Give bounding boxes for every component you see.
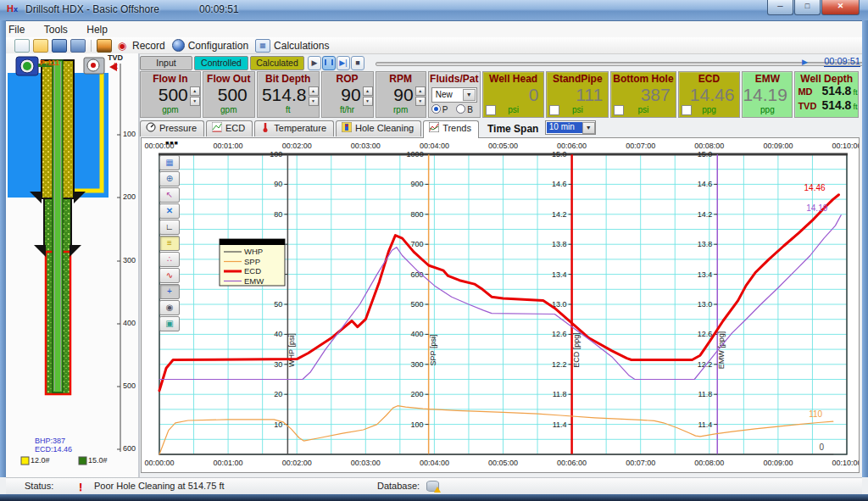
configuration-button[interactable]: Configuration (188, 40, 248, 52)
svg-text:ECD: ECD (244, 266, 261, 276)
flow-in-stepper[interactable]: ▲▼ (190, 86, 198, 103)
svg-text:00:08:00: 00:08:00 (694, 142, 724, 150)
step-button[interactable]: ▶| (337, 56, 350, 70)
fluids-radio-p[interactable]: P (431, 104, 448, 114)
menu-bar: File Tools Help (1, 21, 867, 38)
save-icon[interactable] (52, 39, 67, 53)
calculations-icon[interactable]: ▦ (255, 39, 270, 53)
pan-icon[interactable]: + (159, 284, 180, 299)
svg-text:13.8: 13.8 (698, 240, 713, 248)
depth-tick-600: 600 (123, 444, 136, 453)
svg-text:EMW: EMW (244, 276, 264, 286)
fluids-radio-b[interactable]: B (456, 104, 473, 114)
gauge-emw: EMW 14.19 ppg (742, 71, 793, 118)
md-label: MD (798, 86, 821, 98)
svg-text:400: 400 (411, 330, 424, 338)
menu-help[interactable]: Help (79, 22, 115, 37)
svg-text:00:01:00: 00:01:00 (214, 142, 243, 150)
svg-text:13.0: 13.0 (698, 300, 713, 309)
gauge-value: 0 (483, 85, 544, 105)
tab-temperature[interactable]: Temperature (254, 120, 334, 136)
svg-text:00:02:00: 00:02:00 (282, 459, 312, 467)
fluids-selected-value: New (436, 90, 453, 99)
mode-input-button[interactable]: Input (140, 56, 192, 70)
open-file-icon[interactable] (33, 39, 48, 53)
sim-time-readout: 00:09:51 (824, 56, 860, 67)
record-button[interactable]: Record (132, 40, 165, 52)
gauge-flow-out: Flow Out 500 gpm (203, 71, 255, 118)
copy-icon[interactable]: ▣ (159, 316, 180, 331)
tab-pressure[interactable]: Pressure (140, 120, 204, 136)
gauge-value: 387 (611, 85, 676, 105)
gauge-value: 500 (203, 85, 254, 105)
svg-text:14.19: 14.19 (806, 203, 827, 213)
well-head-checkbox[interactable] (486, 105, 496, 115)
svg-text:00:08:00: 00:08:00 (694, 459, 724, 467)
svg-text:SPP: SPP (244, 257, 260, 266)
configuration-icon[interactable] (172, 39, 185, 52)
new-file-icon[interactable] (14, 39, 30, 53)
database-icon (426, 481, 439, 492)
app-window: Hx Drillsoft HDX - Basic Offshore 00:09:… (0, 0, 868, 501)
tab-hole-cleaning[interactable]: Hole Cleaning (336, 120, 421, 136)
maximize-button[interactable]: □ (794, 0, 821, 15)
legend-icon[interactable]: ≡ (159, 236, 180, 251)
trends-chart[interactable]: 00:00:0000:00:0000:01:0000:01:0000:02:00… (142, 138, 859, 470)
fluids-dropdown[interactable]: New ▼ (431, 87, 477, 103)
rop-stepper[interactable]: ▲▼ (363, 86, 371, 103)
move-icon[interactable]: ✕ (159, 203, 180, 219)
svg-text:900: 900 (411, 180, 424, 188)
chart-drag-handle[interactable]: ■■■ (165, 140, 179, 146)
tab-trends[interactable]: Trends (423, 120, 479, 138)
mud-12-label: 12.0# (31, 456, 50, 465)
warning-icon: ! (79, 481, 82, 493)
rig-icon[interactable] (97, 39, 112, 53)
ecd-checkbox[interactable] (682, 105, 692, 115)
bottom-hole-checkbox[interactable] (614, 105, 624, 115)
svg-text:12.2: 12.2 (698, 360, 713, 369)
curve-fit-icon[interactable]: ∿ (159, 268, 180, 283)
minimize-button[interactable]: ─ (767, 0, 793, 15)
camera-icon[interactable]: ◉ (159, 300, 180, 315)
simulation-controls: Input Controlled Calculated ▶ ▶| ■ ▶ 00:… (140, 56, 860, 70)
menu-tools[interactable]: Tools (36, 22, 75, 37)
svg-text:14.6: 14.6 (552, 180, 567, 188)
play-button[interactable]: ▶ (308, 56, 321, 70)
window-border-left (0, 20, 6, 477)
gauge-unit: rpm (376, 105, 426, 114)
axes-icon[interactable]: ∟ (159, 220, 180, 235)
save-as-icon[interactable] (70, 39, 86, 53)
tvd-row-label: TVD (798, 100, 821, 113)
scatter-icon[interactable]: ∴ (159, 252, 180, 267)
rpm-stepper[interactable]: ▲▼ (415, 86, 424, 103)
tracker-icon[interactable]: ↖ (159, 187, 180, 203)
svg-text:15.0: 15.0 (552, 150, 567, 159)
record-icon[interactable]: ◉ (115, 40, 129, 52)
tvd-label: TVD (108, 53, 123, 62)
svg-text:00:07:00: 00:07:00 (626, 459, 655, 467)
stop-button[interactable]: ■ (351, 56, 364, 70)
pause-button[interactable] (322, 56, 336, 70)
mud-15-swatch (79, 457, 86, 465)
mode-calculated-button[interactable]: Calculated (250, 56, 304, 70)
tab-ecd[interactable]: ECD (206, 120, 253, 136)
gauge-rpm: RPM 90 ▲▼ rpm (376, 71, 426, 118)
zoom-icon[interactable]: ⊕ (159, 171, 180, 186)
time-span-dropdown[interactable]: 10 min ▼ (545, 120, 596, 135)
sim-play-icon[interactable]: ▶ (802, 58, 808, 66)
gauge-title: Well Head (483, 73, 544, 85)
svg-text:SPP [psi]: SPP [psi] (429, 335, 437, 366)
md-unit: ft (853, 86, 857, 99)
calculations-button[interactable]: Calculations (274, 40, 329, 52)
grid-icon[interactable]: ▦ (159, 155, 180, 170)
gauge-title: StandPipe (547, 73, 608, 85)
view-tabs: Pressure ECD Temperature Hole Cleaning T… (140, 120, 859, 137)
depth-tick-500: 500 (123, 381, 136, 390)
bit-depth-stepper[interactable]: ▲▼ (309, 86, 317, 103)
close-button[interactable]: ✕ (821, 0, 860, 15)
standpipe-checkbox[interactable] (549, 105, 559, 115)
mode-controlled-button[interactable]: Controlled (194, 56, 248, 70)
time-slider[interactable] (376, 62, 868, 66)
svg-text:00:07:00: 00:07:00 (626, 142, 655, 150)
trends-chart-panel: ■■■ ▦ ⊕ ↖ ✕ ∟ ≡ ∴ ∿ + ◉ ▣ 00:00:0000:00:… (141, 137, 860, 473)
